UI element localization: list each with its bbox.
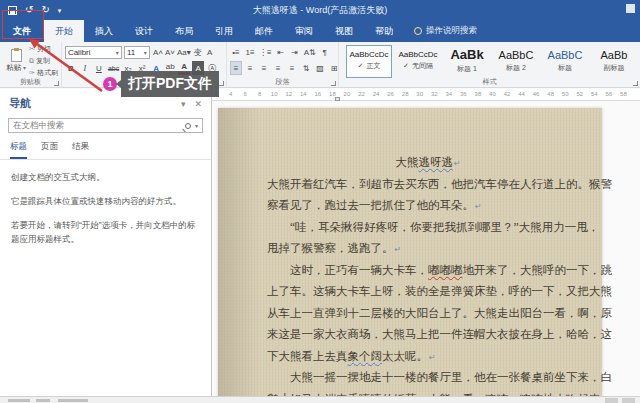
status-bar[interactable] — [0, 396, 640, 403]
search-options-chevron-icon[interactable]: ▾ — [195, 122, 198, 129]
tab-设计[interactable]: 设计 — [124, 20, 164, 42]
style-card-正文[interactable]: AaBbCcDc✓ 正文 — [346, 45, 392, 78]
tab-file[interactable]: 文件 — [0, 20, 44, 42]
annotation-callout: 1 打开PDF文件 — [103, 71, 219, 97]
character-border-button[interactable]: A — [204, 45, 216, 59]
style-card-标题 1[interactable]: AaBk标题 1 — [444, 45, 490, 78]
nav-tab-结果[interactable]: 结果 — [72, 141, 89, 159]
tab-视图[interactable]: 视图 — [324, 20, 364, 42]
nav-tab-标题[interactable]: 标题 — [10, 141, 27, 159]
cut-button-label: 剪切 — [37, 44, 51, 54]
text-segment: 地开来了，大熊呼的一下，跳 — [463, 264, 613, 276]
nav-pane-chevron-icon[interactable]: ▾ — [181, 99, 186, 109]
style-sample: AaBbC — [548, 49, 583, 61]
tab-邮件[interactable]: 邮件 — [244, 20, 284, 42]
font-name-combo[interactable]: Calibri▾ — [65, 46, 122, 59]
horizontal-ruler[interactable]: 2468101214161820222426283032343638404244… — [212, 89, 640, 101]
text-segment: “哇，耳朵揪得好疼呀，你要把我抓到哪里？”大熊用力一甩， — [267, 221, 599, 233]
ruler-tick: 10 — [271, 91, 278, 97]
tab-布局[interactable]: 布局 — [164, 20, 204, 42]
show-marks-button[interactable]: ¶ — [319, 45, 331, 59]
align-left-button[interactable]: ≡ — [230, 61, 242, 75]
paragraph-return-mark: ↵ — [454, 159, 461, 168]
font-size-combo[interactable]: 11▾ — [124, 46, 150, 59]
save-icon[interactable] — [8, 6, 17, 15]
styles-dialog-launcher[interactable] — [633, 81, 638, 86]
shading-button[interactable]: ▨ — [314, 61, 326, 75]
phonetic-guide-button[interactable]: 变 — [192, 45, 204, 59]
tell-me-search[interactable]: 操作说明搜索 — [414, 20, 477, 42]
document-line: 大熊开着红汽车，到超市去买东西，他把汽车停在人行道上的。猴警 — [267, 174, 589, 196]
font-dialog-launcher[interactable] — [219, 81, 224, 86]
ribbon-tab-row: 文件 开始插入设计布局引用邮件审阅视图帮助 操作说明搜索 — [0, 20, 640, 42]
window-title: 大熊逃呀逃 - Word(产品激活失败) — [0, 4, 640, 17]
ruler-tick: 36 — [460, 91, 467, 97]
tab-审阅[interactable]: 审阅 — [284, 20, 324, 42]
copy-button[interactable]: ⧉复制 — [29, 56, 58, 66]
nav-description-paragraph: 若要开始，请转到“开始”选项卡，并向文档中的标题应用标题样式。 — [11, 219, 200, 245]
document-line: “哇，耳朵揪得好疼呀，你要把我抓到哪里？”大熊用力一甩， — [267, 217, 589, 239]
navigation-pane: 导航 ▾ ✕ 在文档中搜索 ▾ 标题页面结果 创建文档的交互式大纲。它是跟踪具体… — [0, 89, 212, 396]
style-name: 标题 1 — [457, 64, 477, 74]
document-line: 上了车。这辆大卡车上呀，装的全是弹簧床垫，呼的一下，又把大熊 — [267, 281, 589, 303]
bold-button[interactable]: B — [65, 61, 77, 75]
document-page[interactable]: 大熊逃呀逃↵大熊开着红汽车，到超市去买东西，他把汽车停在人行道上的。猴警察看见了… — [218, 108, 602, 396]
italic-button[interactable]: I — [79, 61, 91, 75]
style-card-无间隔[interactable]: AaBbCcDc✓ 无间隔 — [395, 45, 441, 78]
search-icon[interactable] — [185, 123, 191, 129]
style-card-标题 2[interactable]: AaBbC标题 2 — [493, 45, 539, 78]
style-card-副标题[interactable]: AaBb副标题 — [591, 45, 637, 78]
qat-customize-icon[interactable]: ▾ — [58, 7, 62, 14]
ruler-tick: 40 — [489, 91, 496, 97]
document-line: 大熊一摇一摆地走十一楼的餐厅里，他在一张餐桌前坐下来，白 — [267, 367, 589, 389]
numbered-list-button[interactable]: 1≡ — [244, 45, 256, 59]
quick-access-toolbar: ↺ ↻ ▾ — [0, 5, 61, 15]
paste-button[interactable]: 粘贴 ▾ — [3, 44, 29, 78]
indent-marker[interactable] — [335, 97, 340, 101]
nav-pane-close-icon[interactable]: ✕ — [194, 99, 202, 109]
style-sample: AaBb — [601, 49, 628, 61]
redo-icon[interactable]: ↻ — [41, 5, 49, 15]
cut-button[interactable]: ✂剪切 — [29, 44, 58, 54]
tab-开始[interactable]: 开始 — [44, 20, 84, 42]
distribute-button[interactable]: ≡ — [286, 61, 298, 75]
undo-icon[interactable]: ↺ — [25, 5, 33, 15]
shrink-font-button[interactable]: A˅ — [164, 45, 176, 59]
style-card-标题[interactable]: AaBbC标题 — [542, 45, 588, 78]
ruler-tick: 54 — [591, 91, 598, 97]
align-center-button[interactable]: ≡ — [244, 61, 256, 75]
tab-插入[interactable]: 插入 — [84, 20, 124, 42]
tab-帮助[interactable]: 帮助 — [364, 20, 404, 42]
sort-button[interactable]: A⇅ — [303, 45, 317, 59]
nav-tab-页面[interactable]: 页面 — [41, 141, 58, 159]
ruler-tick: 16 — [315, 91, 322, 97]
decrease-indent-button[interactable]: ⇤ — [275, 45, 287, 59]
change-case-button[interactable]: Aa▾ — [176, 45, 192, 59]
ruler-tick: 46 — [533, 91, 540, 97]
text-segment: 甩掉了猴警察，逃跑了。 — [267, 242, 394, 254]
copy-button-label: 复制 — [36, 56, 50, 66]
view-button[interactable] — [605, 398, 618, 403]
ruler-tick: 12 — [285, 91, 292, 97]
paragraph-dialog-launcher[interactable] — [331, 81, 336, 86]
text-segment: 太太呢。 — [382, 350, 428, 362]
increase-indent-button[interactable]: ⇥ — [289, 45, 301, 59]
align-right-button[interactable]: ≡ — [258, 61, 270, 75]
ruler-tick: 14 — [300, 91, 307, 97]
text-segment: 大熊一摇一摆地走十一楼的餐厅里，他在一张餐桌前坐下来，白 — [267, 371, 612, 383]
callout-text: 打开PDF文件 — [121, 71, 219, 97]
nav-description-paragraph: 它是跟踪具体位置或快速移动内容的好方式。 — [11, 195, 200, 208]
tab-引用[interactable]: 引用 — [204, 20, 244, 42]
justify-button[interactable]: ≡ — [272, 61, 284, 75]
ribbon-options-icon[interactable] — [626, 4, 635, 13]
document-line: 下大熊看上去真象个阔太太呢。↵ — [267, 346, 589, 368]
view-button[interactable] — [622, 398, 635, 403]
clipboard-dialog-launcher[interactable] — [54, 81, 59, 86]
multilevel-list-button[interactable]: ⋮≡ — [258, 45, 273, 59]
ruler-tick: 6 — [243, 91, 246, 97]
clipboard-icon — [11, 49, 22, 62]
document-search-input[interactable]: 在文档中搜索 ▾ — [8, 118, 203, 133]
line-spacing-button[interactable]: ⇅ — [300, 61, 312, 75]
bullet-list-button[interactable]: •≡ — [230, 45, 242, 59]
grow-font-button[interactable]: A˄ — [152, 45, 164, 59]
